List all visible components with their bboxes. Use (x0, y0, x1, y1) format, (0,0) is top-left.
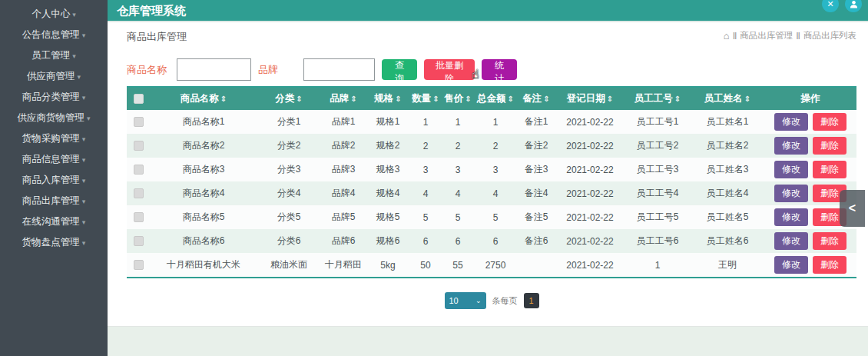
cell-category: 分类2 (257, 134, 320, 158)
column-header-employee-name[interactable]: 员工姓名⇕ (691, 88, 764, 110)
chevron-down-icon: ▾ (82, 239, 86, 247)
table-row: 商品名称5 分类5 品牌5 规格5 5 5 5 备注5 2021-02-22 员… (127, 205, 856, 229)
main-content: 商品出库管理 ⌂ Ⅱ 商品出库管理 Ⅱ 商品出库列表 商品名称 品牌 查询 批量… (108, 24, 868, 356)
cell-register-date: 2021-02-22 (555, 205, 624, 229)
delete-button[interactable]: 删除 (813, 113, 846, 131)
cell-spec: 规格5 (366, 205, 409, 229)
breadcrumb-separator: Ⅱ (796, 31, 800, 42)
cell-price: 55 (442, 253, 474, 277)
sidebar-item-goods-inventory[interactable]: 货物盘点管理▾ (0, 232, 108, 253)
breadcrumb-item[interactable]: 商品出库列表 (803, 30, 856, 42)
sidebar-item-product-inbound[interactable]: 商品入库管理▾ (0, 170, 108, 191)
cell-employee-name: 王明 (691, 253, 764, 277)
search-toolbar: 商品名称 品牌 查询 批量删除 统计 (127, 58, 517, 81)
cell-category: 分类3 (257, 158, 320, 181)
sort-icon: ⇕ (350, 95, 356, 103)
brand-input[interactable] (303, 58, 375, 81)
cell-employee-id: 员工工号1 (624, 110, 691, 134)
sidebar-item-supplier[interactable]: 供应商管理▾ (0, 66, 108, 87)
cell-spec: 规格6 (366, 229, 409, 253)
batch-delete-button[interactable]: 批量删除 (424, 59, 475, 80)
edit-button[interactable]: 修改 (774, 185, 808, 202)
cell-price: 3 (442, 158, 474, 181)
sort-icon: ⇕ (607, 95, 613, 103)
cell-category: 粮油米面 (257, 253, 320, 277)
row-checkbox[interactable] (134, 141, 144, 151)
table-body: 商品名称1 分类1 品牌1 规格1 1 1 1 备注1 2021-02-22 员… (127, 110, 856, 277)
edit-button[interactable]: 修改 (774, 256, 808, 274)
chevron-down-icon: ▾ (82, 177, 86, 185)
cell-total: 3 (474, 158, 517, 181)
sidebar-item-online-communication[interactable]: 在线沟通管理▾ (0, 211, 108, 232)
sidebar-item-personal-center[interactable]: 个人中心▾ (0, 4, 108, 25)
home-icon[interactable]: ⌂ (724, 31, 730, 41)
breadcrumb-separator: Ⅱ (733, 31, 737, 42)
row-checkbox[interactable] (134, 117, 144, 127)
sidebar-item-supplier-goods[interactable]: 供应商货物管理▾ (0, 108, 108, 128)
stats-button[interactable]: 统计 (482, 59, 517, 80)
cell-brand: 十月稻田 (320, 253, 366, 277)
sidebar-item-product-outbound[interactable]: 商品出库管理▾ (0, 191, 108, 211)
edit-button[interactable]: 修改 (774, 208, 808, 226)
breadcrumb-item[interactable]: 商品出库管理 (740, 30, 793, 42)
cell-spec: 5kg (366, 253, 409, 277)
page-number-button[interactable]: 1 (524, 293, 539, 308)
cell-total: 1 (474, 110, 517, 134)
cell-price: 2 (442, 134, 474, 158)
row-checkbox[interactable] (134, 165, 144, 175)
column-header-total[interactable]: 总金额⇕ (474, 88, 517, 110)
sidebar: 个人中心▾ 公告信息管理▾ 员工管理▾ 供应商管理▾ 商品分类管理▾ 供应商货物… (0, 0, 108, 356)
sidebar-item-product-category[interactable]: 商品分类管理▾ (0, 87, 108, 108)
user-glyph (849, 0, 859, 9)
sort-icon: ⇕ (543, 95, 549, 103)
delete-button[interactable]: 删除 (813, 256, 846, 274)
cell-employee-id: 员工工号2 (624, 134, 691, 158)
page-size-select[interactable]: 10 ⌄ (445, 292, 486, 309)
pagination: 10 ⌄ 条每页 1 (127, 292, 856, 309)
row-checkbox[interactable] (134, 188, 144, 198)
sidebar-item-notice-info[interactable]: 公告信息管理▾ (0, 25, 108, 45)
row-checkbox[interactable] (134, 212, 144, 222)
chevron-down-icon: ▾ (82, 94, 86, 101)
column-header-brand[interactable]: 品牌⇕ (320, 88, 366, 110)
column-header-product-name[interactable]: 商品名称⇕ (150, 88, 257, 110)
column-header-register-date[interactable]: 登记日期⇕ (555, 88, 624, 110)
edit-button[interactable]: 修改 (774, 137, 808, 155)
cell-quantity: 5 (409, 205, 442, 229)
panel-collapse-toggle[interactable]: < (840, 190, 865, 227)
column-header-quantity[interactable]: 数量⇕ (409, 88, 442, 110)
sidebar-item-product-info[interactable]: 商品信息管理▾ (0, 149, 108, 170)
delete-button[interactable]: 删除 (813, 137, 846, 155)
cell-total: 2750 (474, 253, 517, 277)
top-bar: 仓库管理系统 ✕ (108, 0, 868, 22)
sidebar-item-goods-purchase[interactable]: 货物采购管理▾ (0, 128, 108, 149)
cell-price: 1 (442, 110, 474, 134)
delete-button[interactable]: 删除 (813, 161, 846, 178)
edit-button[interactable]: 修改 (774, 113, 808, 131)
cell-spec: 规格4 (366, 181, 409, 205)
sidebar-item-employee[interactable]: 员工管理▾ (0, 45, 108, 66)
row-checkbox[interactable] (134, 236, 144, 246)
column-header-price[interactable]: 售价⇕ (442, 88, 474, 110)
cell-register-date: 2021-02-22 (555, 181, 624, 205)
chevron-down-icon: ▾ (72, 52, 76, 60)
edit-button[interactable]: 修改 (774, 232, 808, 250)
delete-button[interactable]: 删除 (813, 232, 846, 250)
select-all-checkbox[interactable] (134, 94, 144, 104)
chevron-down-icon: ▾ (72, 11, 76, 18)
cell-total: 6 (474, 229, 517, 253)
column-header-employee-id[interactable]: 员工工号⇕ (624, 88, 691, 110)
cell-employee-id: 1 (624, 253, 691, 277)
column-header-spec[interactable]: 规格⇕ (366, 88, 409, 110)
column-header-remark[interactable]: 备注⇕ (517, 88, 555, 110)
edit-button[interactable]: 修改 (774, 161, 808, 178)
row-checkbox[interactable] (134, 260, 144, 270)
cell-employee-name: 员工姓名5 (691, 205, 764, 229)
product-name-input[interactable] (177, 58, 251, 81)
column-header-category[interactable]: 分类⇕ (257, 88, 320, 110)
cell-spec: 规格1 (366, 110, 409, 134)
query-button[interactable]: 查询 (382, 59, 417, 80)
cell-product-name: 商品名称1 (150, 110, 257, 134)
sort-icon: ⇕ (465, 95, 471, 103)
cell-price: 5 (442, 205, 474, 229)
